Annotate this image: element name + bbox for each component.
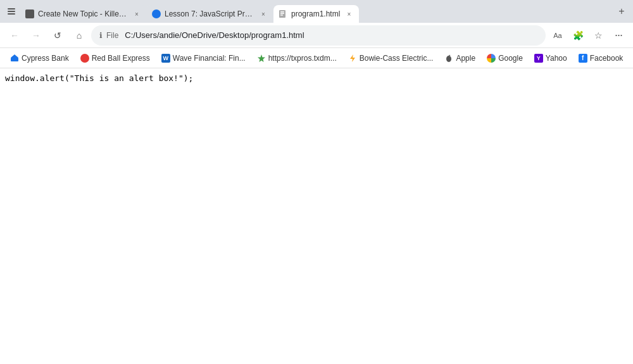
bookmarks-bar: Cypress BankRed Ball ExpressWWave Financ…: [0, 48, 633, 68]
browser-menu-icon[interactable]: [3, 3, 20, 20]
tab-bar-left: [3, 3, 20, 20]
home-button[interactable]: ⌂: [70, 26, 89, 45]
svg-marker-9: [258, 54, 265, 62]
svg-rect-7: [11, 58, 18, 61]
bookmark-item-6[interactable]: Google: [482, 51, 528, 66]
bookmark-item-3[interactable]: https://txpros.txdm...: [252, 51, 342, 66]
bookmark-label-1: Red Ball Express: [92, 54, 150, 63]
bookmark-label-8: Facebook: [590, 54, 624, 63]
tab-close-tab2[interactable]: ×: [258, 9, 268, 19]
bookmark-item-1[interactable]: Red Ball Express: [75, 51, 155, 66]
reload-button[interactable]: ↺: [48, 26, 67, 45]
favorites-button[interactable]: ☆: [589, 26, 608, 45]
reload-icon: ↺: [54, 30, 61, 41]
tab-close-tab1[interactable]: ×: [132, 9, 142, 19]
bookmark-favicon-3: [257, 54, 266, 63]
bookmark-label-7: Yahoo: [546, 54, 567, 63]
bookmark-item-7[interactable]: YYahoo: [529, 51, 572, 66]
tab-bar: Create New Topic - Killersites Fo...×Les…: [0, 0, 633, 23]
bookmark-favicon-6: [487, 54, 496, 63]
bookmark-favicon-7: Y: [534, 54, 543, 63]
svg-marker-10: [350, 54, 355, 62]
bookmark-item-8[interactable]: fFacebook: [573, 51, 629, 66]
svg-point-11: [446, 56, 451, 62]
bookmark-label-5: Apple: [456, 54, 475, 63]
svg-rect-6: [280, 15, 283, 16]
tab-label-tab3: program1.html: [291, 9, 340, 18]
bookmark-favicon-8: f: [579, 54, 587, 63]
tab-tab1[interactable]: Create New Topic - Killersites Fo...×: [20, 5, 147, 23]
bookmark-label-2: Wave Financial: Fin...: [173, 54, 246, 63]
home-icon: ⌂: [77, 30, 82, 41]
forward-button[interactable]: →: [27, 26, 46, 45]
bookmark-item-5[interactable]: Apple: [439, 51, 480, 66]
svg-rect-5: [280, 13, 284, 15]
reader-mode-button[interactable]: Aa: [548, 26, 567, 45]
extension-button[interactable]: 🧩: [568, 26, 587, 45]
address-bar[interactable]: ℹ File C:/Users/andie/OneDrive/Desktop/p…: [91, 25, 546, 46]
info-icon: ℹ: [99, 31, 103, 40]
reader-icon: Aa: [553, 32, 561, 39]
tab-favicon-tab2: [152, 9, 161, 18]
bookmark-favicon-0: [10, 54, 19, 63]
bookmark-label-4: Bowie-Cass Electric...: [360, 54, 434, 63]
bookmark-item-2[interactable]: WWave Financial: Fin...: [156, 51, 251, 66]
nav-right-buttons: Aa 🧩 ☆ ···: [548, 26, 628, 45]
address-value: C:/Users/andie/OneDrive/Desktop/program1…: [125, 30, 537, 40]
tab-close-tab3[interactable]: ×: [344, 9, 354, 19]
more-button[interactable]: ···: [609, 26, 628, 45]
tab-label-tab1: Create New Topic - Killersites Fo...: [38, 9, 128, 18]
bookmark-favicon-5: [444, 54, 453, 63]
bookmark-item-0[interactable]: Cypress Bank: [5, 51, 74, 66]
more-icon: ···: [615, 28, 622, 42]
forward-icon: →: [32, 30, 41, 41]
svg-rect-0: [8, 8, 15, 9]
tab-favicon-tab3: [279, 9, 287, 18]
bookmark-favicon-2: W: [161, 54, 170, 63]
tab-favicon-tab1: [25, 9, 34, 18]
page-code: window.alert("This is an alert box!");: [5, 73, 193, 83]
bookmark-favicon-4: [348, 54, 357, 63]
svg-rect-1: [8, 11, 15, 12]
nav-bar: ← → ↺ ⌂ ℹ File C:/Users/andie/OneDrive/D…: [0, 23, 633, 48]
svg-rect-4: [280, 11, 284, 13]
favorites-icon: ☆: [594, 30, 603, 41]
page-content: window.alert("This is an alert box!");: [0, 68, 633, 88]
svg-marker-8: [11, 54, 18, 58]
tabs-container: Create New Topic - Killersites Fo...×Les…: [20, 0, 610, 23]
bookmark-favicon-1: [80, 54, 89, 63]
tab-tab3[interactable]: program1.html×: [273, 5, 359, 23]
back-button[interactable]: ←: [5, 26, 24, 45]
tab-tab2[interactable]: Lesson 7: JavaScript Programmi...×: [147, 5, 273, 23]
bookmark-label-3: https://txpros.txdm...: [268, 54, 337, 63]
bookmark-item-9[interactable]: webpage ideas: [629, 51, 633, 66]
svg-rect-2: [8, 13, 15, 15]
back-icon: ←: [10, 30, 19, 41]
tab-label-tab2: Lesson 7: JavaScript Programmi...: [165, 9, 254, 18]
address-label: File: [106, 31, 118, 40]
extension-icon: 🧩: [573, 30, 584, 41]
bookmark-item-4[interactable]: Bowie-Cass Electric...: [343, 51, 439, 66]
bookmark-label-6: Google: [498, 54, 523, 63]
new-tab-button[interactable]: +: [613, 3, 630, 20]
bookmark-label-0: Cypress Bank: [22, 54, 69, 63]
